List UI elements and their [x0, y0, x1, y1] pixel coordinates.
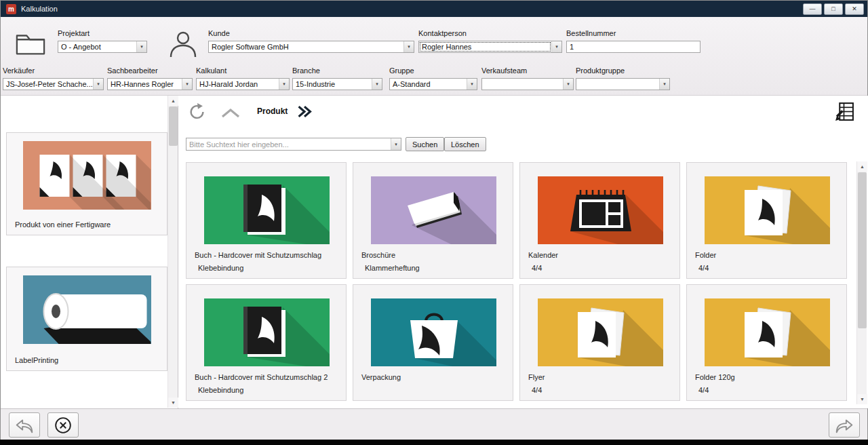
chevron-down-icon: ▾	[551, 41, 561, 52]
refresh-button[interactable]	[188, 102, 207, 124]
shopping-bag-icon	[371, 298, 496, 366]
gruppe-select[interactable]: A-Standard ▾	[389, 78, 477, 90]
product-title: Verpackung	[361, 373, 401, 381]
forward-button[interactable]	[829, 412, 860, 438]
chevron-down-icon: ▾	[403, 41, 414, 52]
product-subtitle: 4/4	[698, 386, 709, 394]
product-subtitle: Klebebindung	[198, 264, 243, 272]
product-title: Folder	[695, 251, 716, 259]
verkaeufer-label: Verkäufer	[3, 66, 35, 75]
close-button[interactable]: ✕	[845, 3, 864, 15]
product-card[interactable]: Buch - Hardcover mit Schutzumschlag Kleb…	[186, 162, 347, 279]
minimize-button[interactable]: —	[803, 3, 822, 15]
kontaktperson-label: Kontaktperson	[418, 29, 467, 37]
section-title: Produkt	[257, 107, 288, 116]
search-input[interactable]: Bitte Suchtext hier eingeben... ▾	[186, 138, 401, 151]
product-title: Folder 120g	[695, 373, 735, 381]
bestellnummer-input[interactable]: 1	[566, 41, 701, 53]
papers-icon	[705, 176, 830, 244]
product-card[interactable]: Buch - Hardcover mit Schutzumschlag 2 Kl…	[186, 284, 347, 401]
back-arrow-icon	[14, 414, 35, 436]
window-title: Kalkulation	[21, 5, 58, 13]
branche-label: Branche	[292, 66, 320, 75]
product-card[interactable]: Flyer 4/4	[519, 284, 680, 401]
screen-edge	[0, 440, 868, 445]
forward-arrow-icon	[833, 414, 855, 436]
product-subtitle: Klammerheftung	[365, 264, 420, 272]
verkaeufer-value: JS-Josef-Peter Schache...	[3, 79, 93, 90]
product-grid-scrollbar-thumb[interactable]	[858, 172, 867, 328]
kunde-value: Rogler Software GmbH	[209, 41, 403, 52]
product-title: Flyer	[528, 373, 545, 381]
scroll-down-icon[interactable]: ▼	[168, 398, 178, 408]
sachbearbeiter-value: HR-Hannes Rogler	[108, 79, 182, 90]
template-card-fertigware[interactable]: Produkt von einer Fertigware	[6, 132, 167, 235]
verkaufsteam-select[interactable]: ▾	[481, 78, 574, 90]
chevrons-right-icon[interactable]	[296, 105, 313, 121]
template-card-label: LabelPrinting	[15, 356, 58, 364]
papers-icon	[705, 298, 830, 366]
kalkulant-label: Kalkulant	[196, 66, 226, 75]
sachbearbeiter-select[interactable]: HR-Hannes Rogler ▾	[107, 78, 193, 90]
projektart-label: Projektart	[58, 29, 90, 37]
product-card[interactable]: Broschüre Klammerheftung	[353, 162, 513, 279]
product-subtitle: 4/4	[532, 386, 542, 394]
search-button[interactable]: Suchen	[406, 137, 444, 151]
product-card[interactable]: Verpackung	[353, 284, 513, 401]
chevron-down-icon: ▾	[279, 79, 289, 90]
maximize-button[interactable]: □	[824, 3, 843, 15]
scroll-up-icon[interactable]: ▲	[168, 96, 178, 106]
scroll-down-icon[interactable]: ▼	[857, 394, 867, 404]
branche-select[interactable]: 15-Industrie ▾	[292, 78, 382, 90]
produktgruppe-value	[576, 79, 659, 90]
kunde-select[interactable]: Rogler Software GmbH ▾	[208, 41, 414, 53]
verkaeufer-select[interactable]: JS-Josef-Peter Schache... ▾	[3, 78, 104, 90]
chevron-down-icon: ▾	[563, 79, 573, 90]
kunde-label: Kunde	[208, 29, 230, 37]
sidebar-scrollbar[interactable]: ▲ ▼	[167, 96, 178, 408]
kalkulant-select[interactable]: HJ-Harald Jordan ▾	[196, 78, 290, 90]
app-window: m Kalkulation — □ ✕ Projektart O - Angeb…	[0, 0, 868, 440]
cancel-button[interactable]	[47, 412, 79, 438]
product-subtitle: 4/4	[698, 264, 709, 272]
order-form-icon[interactable]	[834, 101, 855, 125]
gruppe-value: A-Standard	[390, 79, 467, 90]
header-form: Projektart O - Angebot ▾ Kunde Rogler So…	[1, 17, 867, 96]
template-sidebar: Produkt von einer Fertigware LabelPrinti…	[1, 96, 178, 408]
chevron-down-icon: ▾	[467, 79, 477, 90]
collapse-chevron-up-icon[interactable]	[220, 108, 241, 121]
project-folder-icon	[16, 31, 45, 59]
scroll-up-icon[interactable]: ▲	[857, 161, 867, 172]
sachbearbeiter-label: Sachbearbeiter	[107, 66, 158, 75]
window-controls: — □ ✕	[803, 3, 864, 15]
chevron-down-icon: ▾	[372, 79, 382, 90]
product-subtitle: 4/4	[532, 264, 542, 272]
kalkulant-value: HJ-Harald Jordan	[197, 79, 279, 90]
chevron-down-icon: ▾	[93, 79, 103, 90]
produktgruppe-select[interactable]: ▾	[576, 78, 670, 90]
book-icon	[204, 176, 330, 244]
produktgruppe-label: Produktgruppe	[576, 66, 625, 75]
papers-icon	[538, 298, 663, 366]
product-card[interactable]: Folder 120g 4/4	[686, 284, 847, 401]
product-subtitle: Klebebindung	[198, 386, 243, 394]
customer-person-icon	[167, 31, 199, 60]
kontaktperson-select[interactable]: Rogler Hannes ▾	[418, 41, 562, 53]
finished-product-cards-icon	[23, 141, 151, 210]
product-card[interactable]: Folder 4/4	[686, 162, 847, 279]
projektart-select[interactable]: O - Angebot ▾	[58, 41, 147, 53]
back-button[interactable]	[9, 412, 40, 438]
product-grid-scrollbar[interactable]: ▲ ▼	[856, 161, 867, 404]
projektart-value: O - Angebot	[58, 41, 136, 52]
bottom-navigation-bar	[1, 408, 867, 440]
kontaktperson-value: Rogler Hannes	[419, 41, 551, 52]
gruppe-label: Gruppe	[389, 66, 414, 75]
verkaufsteam-value	[482, 79, 563, 90]
title-bar: m Kalkulation — □ ✕	[1, 1, 867, 17]
clear-button[interactable]: Löschen	[444, 137, 486, 151]
template-card-labelprinting[interactable]: LabelPrinting	[6, 267, 167, 371]
sidebar-scrollbar-thumb[interactable]	[169, 107, 178, 146]
bestellnummer-label: Bestellnummer	[566, 29, 616, 37]
chevron-down-icon: ▾	[659, 79, 669, 90]
product-card[interactable]: Kalender 4/4	[519, 162, 680, 279]
